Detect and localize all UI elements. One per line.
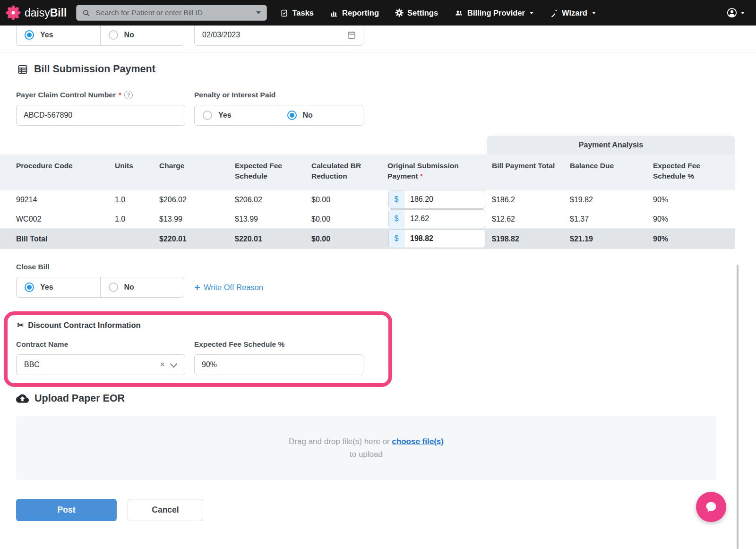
chevron-down-icon: [530, 12, 533, 14]
chevron-down-icon[interactable]: [170, 360, 178, 368]
cell-charge: $13.99: [159, 209, 182, 229]
cell-procedure-code: WC002: [16, 209, 41, 229]
clear-icon[interactable]: ×: [160, 360, 164, 369]
calendar-icon[interactable]: [347, 30, 356, 40]
dollar-prefix-icon: $: [389, 230, 404, 248]
original-submission-payment-total-input[interactable]: $: [388, 229, 485, 248]
select-value: BBC: [17, 360, 160, 369]
chat-widget-button[interactable]: [696, 492, 726, 522]
cell-expected-pct: 90%: [653, 190, 668, 209]
user-menu[interactable]: [726, 7, 745, 18]
table-total-row: Bill Total $220.01 $220.01 $0.00 $198.82…: [0, 229, 735, 249]
col-bill-payment-total: Bill Payment Total: [492, 161, 572, 171]
nav-menu: Tasks Reporting: [280, 9, 595, 17]
payment-amount-input[interactable]: [404, 210, 485, 228]
radio-label: No: [124, 31, 134, 39]
col-procedure-code: Procedure Code: [16, 161, 92, 171]
col-charge: Charge: [159, 161, 211, 171]
chevron-down-icon: [592, 12, 596, 14]
original-submission-payment-input[interactable]: $: [388, 209, 485, 228]
nav-item-tasks[interactable]: Tasks: [280, 9, 314, 17]
user-icon: [726, 7, 738, 18]
cell-balance-due: $1.37: [570, 209, 589, 229]
radio-unselected-icon: [109, 30, 118, 40]
date-input[interactable]: [195, 31, 347, 39]
contract-name-select[interactable]: BBC ×: [16, 354, 185, 375]
radio-label: Yes: [40, 283, 53, 292]
date-field[interactable]: [194, 24, 363, 46]
section-divider: [0, 52, 756, 52]
original-submission-payment-input[interactable]: $: [388, 190, 485, 209]
search-dropdown-caret-icon[interactable]: [256, 11, 261, 14]
nav-label: Billing Provider: [467, 9, 525, 17]
dollar-prefix-icon: $: [389, 190, 404, 208]
payment-amount-input[interactable]: [404, 190, 485, 208]
billing-provider-icon: [454, 9, 464, 17]
expected-fee-schedule-label: Expected Fee Schedule %: [194, 340, 284, 349]
post-button[interactable]: Post: [16, 499, 117, 521]
cell-balance-due: $19.82: [570, 190, 593, 209]
write-off-reason-link[interactable]: Write Off Reason: [194, 283, 263, 292]
cell-procedure-code: 99214: [16, 190, 37, 209]
radio-option-no[interactable]: No: [100, 24, 184, 45]
nav-item-billing-provider[interactable]: Billing Provider: [454, 9, 533, 17]
radio-option-yes[interactable]: Yes: [17, 24, 100, 45]
radio-selected-icon: [25, 283, 34, 292]
penalty-label: Penalty or Interest Paid: [194, 91, 275, 99]
scissors-icon: ✂: [17, 320, 24, 330]
payer-claim-input[interactable]: [16, 105, 185, 126]
discount-contract-title: ✂ Discount Contract Information: [17, 320, 141, 330]
radio-label: Yes: [218, 111, 232, 120]
cancel-button[interactable]: Cancel: [128, 499, 203, 521]
patient-search[interactable]: [76, 5, 267, 21]
chat-bubble-icon: [704, 500, 718, 514]
choose-files-link[interactable]: choose file(s): [392, 437, 444, 446]
cell-bill-total-label: Bill Total: [16, 229, 47, 249]
table-header-row: Procedure Code Units Charge Expected Fee…: [0, 154, 735, 190]
col-balance-due: Balance Due: [570, 161, 627, 171]
close-bill-radio-group: Yes No: [16, 277, 184, 298]
reporting-icon: [330, 9, 338, 17]
nav-label: Tasks: [292, 9, 314, 17]
close-bill-option-yes[interactable]: Yes: [17, 277, 100, 297]
col-original-submission-payment: Original Submission Payment *: [387, 161, 470, 181]
cell-charge: $206.02: [159, 190, 187, 209]
nav-item-wizard[interactable]: Wizard: [550, 9, 596, 17]
payment-analysis-header: Payment Analysis: [487, 136, 735, 154]
top-navbar: daisyBill Tasks Reporting: [0, 0, 756, 26]
radio-unselected-icon: [203, 111, 212, 120]
cell-charge: $220.01: [159, 229, 187, 249]
search-input[interactable]: [94, 8, 256, 17]
radio-label: No: [124, 283, 134, 292]
bill-submission-payment-title: Bill Submission Payment: [17, 63, 155, 75]
cloud-upload-icon: [16, 393, 29, 404]
cell-expected-pct: 90%: [653, 229, 668, 249]
file-dropzone[interactable]: Drag and drop file(s) here or choose fil…: [16, 416, 716, 480]
nav-item-reporting[interactable]: Reporting: [330, 9, 379, 17]
penalty-option-no[interactable]: No: [279, 105, 363, 125]
radio-selected-icon: [25, 30, 34, 40]
payment-amount-input[interactable]: [404, 230, 485, 248]
expected-fee-schedule-input[interactable]: [194, 354, 363, 375]
penalty-radio-group: Yes No: [194, 105, 363, 126]
chevron-down-icon: [741, 12, 745, 14]
link-label: Write Off Reason: [204, 283, 263, 292]
cell-expected-pct: 90%: [653, 209, 668, 229]
brand-name: daisyBill: [25, 7, 67, 19]
penalty-option-yes[interactable]: Yes: [195, 105, 279, 125]
tasks-icon: [280, 9, 288, 17]
cell-bill-payment-total: $12.62: [492, 209, 515, 229]
radio-unselected-icon: [109, 283, 118, 292]
help-icon[interactable]: ?: [124, 91, 133, 99]
top-radio-group: Yes No: [16, 24, 184, 46]
cell-units: 1.0: [115, 209, 125, 229]
gear-icon: [395, 9, 404, 17]
scrollbar-thumb[interactable]: [737, 265, 739, 549]
radio-label: No: [303, 111, 313, 120]
close-bill-option-no[interactable]: No: [100, 277, 184, 297]
search-icon: [82, 9, 90, 17]
nav-label: Settings: [407, 9, 438, 17]
dropzone-line1: Drag and drop file(s) here or choose fil…: [289, 437, 444, 446]
brand[interactable]: daisyBill: [6, 5, 67, 20]
nav-item-settings[interactable]: Settings: [395, 9, 438, 17]
